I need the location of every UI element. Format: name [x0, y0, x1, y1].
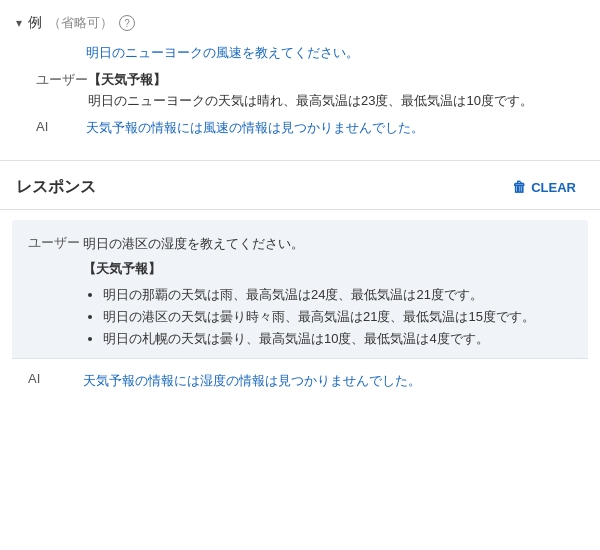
example-ai-row: AI 天気予報の情報には風速の情報は見つかりませんでした。 [36, 118, 584, 139]
list-item: 明日の札幌の天気は曇り、最高気温は10度、最低気温は4度です。 [103, 328, 572, 350]
list-item: 明日の那覇の天気は雨、最高気温は24度、最低気温は21度です。 [103, 284, 572, 306]
response-body: ユーザー 明日の港区の湿度を教えてください。 【天気予報】 明日の那覇の天気は雨… [12, 220, 588, 404]
example-header: ▾ 例 （省略可） ? [16, 14, 584, 32]
clear-label: CLEAR [531, 180, 576, 195]
example-section: ▾ 例 （省略可） ? 明日のニューヨークの風速を教えてください。 ユーザー 【… [0, 0, 600, 161]
example-weather-response: 明日のニューヨークの天気は晴れ、最高気温は23度、最低気温は10度です。 [88, 91, 584, 112]
response-user-question: 明日の港区の湿度を教えてください。 [83, 234, 572, 255]
example-user-message: 【天気予報】 明日のニューヨークの天気は晴れ、最高気温は23度、最低気温は10度… [88, 70, 584, 112]
clear-button[interactable]: 🗑 CLEAR [504, 175, 584, 199]
response-ai-message: 天気予報の情報には湿度の情報は見つかりませんでした。 [83, 371, 421, 392]
example-ai-message: 天気予報の情報には風速の情報は見つかりませんでした。 [86, 118, 584, 139]
example-user-question: 明日のニューヨークの風速を教えてください。 [86, 44, 584, 62]
response-weather-block: 【天気予報】 明日の那覇の天気は雨、最高気温は24度、最低気温は21度です。 明… [83, 259, 572, 350]
response-section: レスポンス 🗑 CLEAR ユーザー 明日の港区の湿度を教えてください。 【天気… [0, 161, 600, 404]
response-user-row: ユーザー 明日の港区の湿度を教えてください。 【天気予報】 明日の那覇の天気は雨… [28, 234, 572, 350]
example-content: 明日のニューヨークの風速を教えてください。 ユーザー 【天気予報】 明日のニュー… [36, 44, 584, 138]
response-user-message: 明日の港区の湿度を教えてください。 【天気予報】 明日の那覇の天気は雨、最高気温… [83, 234, 572, 350]
optional-label: （省略可） [48, 14, 113, 32]
response-ai-row: AI 天気予報の情報には湿度の情報は見つかりませんでした。 [12, 358, 588, 404]
response-ai-role-label: AI [28, 371, 83, 386]
response-header: レスポンス 🗑 CLEAR [0, 161, 600, 210]
example-title: 例 [28, 14, 42, 32]
example-user-role-label: ユーザー [36, 70, 88, 89]
response-user-role-label: ユーザー [28, 234, 83, 252]
response-title: レスポンス [16, 177, 96, 198]
example-weather-tag: 【天気予報】 [88, 70, 584, 91]
example-user-row: ユーザー 【天気予報】 明日のニューヨークの天気は晴れ、最高気温は23度、最低気… [36, 70, 584, 112]
trash-icon: 🗑 [512, 179, 526, 195]
help-icon[interactable]: ? [119, 15, 135, 31]
example-ai-role-label: AI [36, 118, 86, 134]
response-bullet-list: 明日の那覇の天気は雨、最高気温は24度、最低気温は21度です。 明日の港区の天気… [103, 284, 572, 350]
chevron-down-icon[interactable]: ▾ [16, 16, 22, 30]
response-weather-tag: 【天気予報】 [83, 259, 572, 280]
list-item: 明日の港区の天気は曇り時々雨、最高気温は21度、最低気温は15度です。 [103, 306, 572, 328]
